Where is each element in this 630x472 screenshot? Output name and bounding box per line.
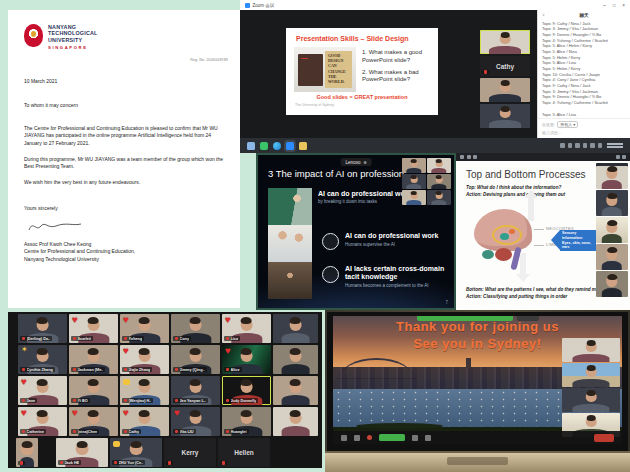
participant-name: Vita LIU <box>180 430 194 434</box>
participant-tile: Jen Yanyan L.. <box>171 376 220 405</box>
registration-number: Reg. No. 200604393R <box>8 58 228 62</box>
participant-avatar <box>273 314 318 343</box>
muted-mic-icon <box>226 337 229 341</box>
reaction-icon: ♥ <box>123 315 129 325</box>
participant-name: Yuheng <box>129 337 143 341</box>
window-titlebar: Zoom 会议 – □ × <box>240 0 630 10</box>
participant-tile <box>273 407 318 436</box>
chat-panel: ∨ 聊天 Topic 9: Cathy / Nina / JackTopic 3… <box>537 10 630 138</box>
slide-footer: Good slides = GREAT presentation <box>286 94 438 100</box>
taskbar-icon[interactable] <box>616 155 620 159</box>
taskbar-icon[interactable] <box>460 155 464 159</box>
ntu-crest-icon <box>24 24 43 47</box>
muted-mic-icon <box>168 461 171 465</box>
leave-meeting-button[interactable] <box>594 434 614 442</box>
wechat-icon[interactable] <box>260 142 268 150</box>
muted-mic-icon <box>22 399 25 403</box>
reaction-icon: ♥ <box>21 377 27 387</box>
chevron-down-icon[interactable]: ∨ <box>542 12 545 17</box>
chat-input[interactable]: 输入消息... <box>538 129 630 138</box>
participant-tile: Jack HE <box>56 438 108 467</box>
muted-mic-icon <box>175 368 178 372</box>
minimize-button[interactable]: – <box>603 3 606 8</box>
tray-icon[interactable] <box>583 143 588 148</box>
muted-mic-icon <box>20 461 23 465</box>
participant-name: Jen Yanyan L.. <box>180 399 206 403</box>
collage: NANYANG TECHNOLOGICAL UNIVERSITY SINGAPO… <box>0 0 630 472</box>
ai-point-heading: AI can do professional work <box>345 232 438 240</box>
participant-name: ZHU Yue (Ce.. <box>119 461 144 465</box>
tray-icon[interactable] <box>560 143 565 148</box>
participant-tile: ♥ Alice <box>222 345 271 374</box>
participant-avatar <box>480 78 530 102</box>
muted-mic-icon <box>124 337 127 341</box>
tray-icon[interactable] <box>598 143 603 148</box>
sensory-arrow: Sensory information: Eyes, skin, nose, e… <box>560 230 596 251</box>
participant-name: Jiajie Zhang <box>129 368 151 372</box>
letter-date: 10 March 2021 <box>24 78 224 85</box>
chat-message-list[interactable]: Topic 9: Cathy / Nina / JackTopic 3: Jim… <box>538 19 630 119</box>
window-title: Zoom 会议 <box>253 3 275 8</box>
zoom-taskbar-icon[interactable] <box>286 142 294 150</box>
slide-question: 2. What makes a bad PowerPoint slide? <box>362 69 430 85</box>
participant-name: Alice <box>231 368 240 372</box>
participant-avatar <box>273 376 318 405</box>
participant-avatar <box>402 158 426 173</box>
signer-dept: Centre for Professional and Continuing E… <box>24 248 224 256</box>
letter-paragraph: We wish him the very best in any future … <box>24 179 224 186</box>
muted-mic-icon <box>124 430 127 434</box>
participant-tile: Judy Donnelly <box>222 376 271 405</box>
file-explorer-icon[interactable] <box>299 142 307 150</box>
signer-name: Assoc Prof Kwoh Chee Keong <box>24 241 224 249</box>
gallery-row: ♥ Jane Yi BO (Wenjiao) H.. <box>18 376 322 405</box>
laptop-screen: Thank you for joining us See you in Sydn… <box>327 312 628 452</box>
zoom-window: Zoom 会议 – □ × Presentation Skills – Slid… <box>240 0 630 153</box>
video-button-icon[interactable] <box>354 435 360 441</box>
up-arrow-icon <box>528 197 534 221</box>
bullet-circle-icon <box>322 266 339 283</box>
reaction-icon: ♥ <box>123 408 129 418</box>
share-screen-button[interactable] <box>379 434 405 441</box>
ai-point-heading: AI lacks certain cross-domain tacit know… <box>345 265 450 281</box>
participant-tile <box>273 314 318 343</box>
slide-title: Presentation Skills – Slide Design <box>296 35 438 42</box>
book-word: WORLD. <box>328 79 352 84</box>
tray-icon[interactable] <box>590 143 595 148</box>
temporal-shape <box>482 250 494 259</box>
mic-button-icon[interactable] <box>341 435 347 441</box>
participant-name: (Derling) Da.. <box>27 337 51 341</box>
participant-avatar <box>427 174 451 189</box>
close-button[interactable]: × <box>622 3 625 8</box>
taskbar-icon[interactable] <box>473 155 477 159</box>
brain-slide: Top and Bottom Processes Top: What do I … <box>456 153 630 310</box>
taskbar-icon[interactable] <box>467 155 471 159</box>
maximize-button[interactable]: □ <box>613 3 616 8</box>
participants-button-icon[interactable] <box>412 435 418 441</box>
muted-mic-icon <box>22 337 25 341</box>
tray-icon[interactable] <box>568 143 573 148</box>
send-to-dropdown[interactable]: 所有人 ▾ <box>557 121 578 128</box>
participant-avatar <box>596 271 628 297</box>
record-dot-icon[interactable] <box>367 435 372 440</box>
participant-avatar <box>480 104 530 128</box>
participant-name: Cynthia Zhang <box>27 368 53 372</box>
participant-tile: ♥ (nina)Chen <box>69 407 118 436</box>
participant-name: Judy Donnelly <box>231 399 257 403</box>
participant-tile: (Derling) Da.. <box>18 314 67 343</box>
taskbar-icon[interactable] <box>622 155 626 159</box>
screen-share-bar[interactable] <box>417 316 513 321</box>
participant-avatar <box>273 407 318 436</box>
participant-tile <box>427 174 451 189</box>
reaction-icon: ♥ <box>72 315 78 325</box>
participant-avatar <box>562 338 620 362</box>
reaction-icon: ✶ <box>21 346 28 354</box>
start-button-icon[interactable] <box>247 142 255 150</box>
muted-mic-icon <box>73 430 76 434</box>
participant-name: Cony <box>180 337 190 341</box>
browser-icon[interactable] <box>273 142 281 150</box>
participant-tile <box>480 78 530 102</box>
tray-icon[interactable] <box>575 143 580 148</box>
participant-name: Lisa <box>231 337 239 341</box>
participant-tile <box>402 174 426 189</box>
chat-button-icon[interactable] <box>425 435 431 441</box>
